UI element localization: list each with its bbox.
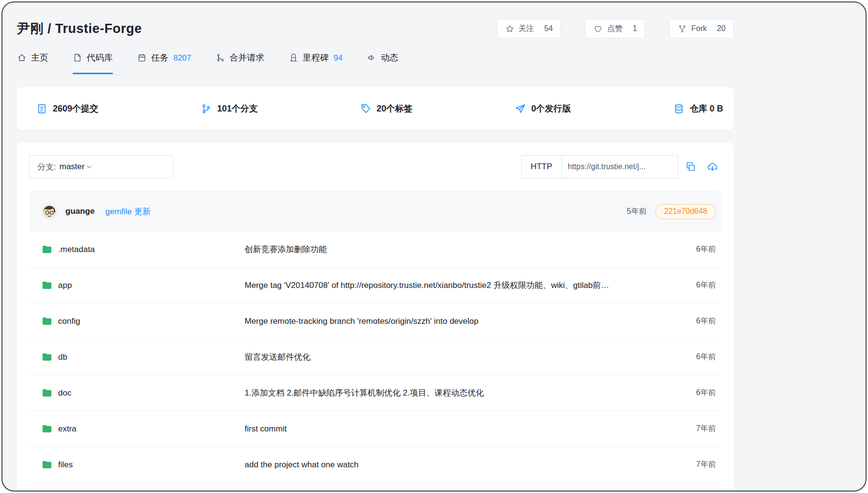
heart-icon [593,24,603,33]
copy-url-button[interactable] [682,158,700,176]
file-commit-message[interactable]: Merge remote-tracking branch 'remotes/or… [245,317,696,326]
commit-time: 5年前 [627,207,647,217]
file-time: 6年前 [696,388,716,398]
stat-repo-size[interactable]: 仓库 0 B [673,103,723,114]
repo-stats-bar: 2609个提交 101个分支 20个标签 0个发行版 [17,87,734,130]
fork-button[interactable]: Fork 20 [669,19,734,38]
repo-actions: 关注 54 点赞 1 Fork [497,19,734,38]
commit-message-link[interactable]: gemfile 更新 [105,206,151,217]
file-name[interactable]: .metadata [58,245,95,254]
clone-url-input[interactable] [562,155,678,178]
file-name[interactable]: config [58,317,80,326]
tab-issues[interactable]: 任务 8207 [137,52,191,74]
file-row-doc[interactable]: doc 1.添加文档 2.邮件中缺陷序号计算机制优化 2.项目、课程动态优化 6… [29,375,722,411]
avatar[interactable] [40,202,59,221]
commit-hash-badge[interactable]: 221e70d648 [655,204,716,219]
file-name-cell: .metadata [41,244,245,255]
clone-url-group: HTTP [521,155,722,178]
branch-label: 分支: [37,161,56,173]
file-row-config[interactable]: config Merge remote-tracking branch 'rem… [29,303,722,339]
file-name-cell: doc [41,387,245,398]
stat-branches[interactable]: 101个分支 [201,103,258,114]
file-time: 7年前 [696,460,716,470]
file-row-app[interactable]: app Merge tag 'V20140708' of http://repo… [29,268,722,303]
folder-icon [41,351,52,363]
file-commit-message[interactable]: first commit [245,424,696,434]
branch-selector[interactable]: 分支: master [29,155,173,178]
watch-button[interactable]: 关注 54 [497,19,561,38]
praise-button[interactable]: 点赞 1 [585,19,645,38]
file-time: 7年前 [696,424,716,434]
home-icon [17,53,27,63]
tab-code-label: 代码库 [87,52,113,64]
file-name-cell: db [41,351,245,363]
stat-releases-label: 0个发行版 [531,103,571,114]
file-name[interactable]: app [58,281,72,290]
file-row-extra[interactable]: extra first commit 7年前 [29,411,722,447]
file-commit-message[interactable]: 创新竞赛添加删除功能 [245,244,696,255]
file-time: 6年前 [696,244,716,254]
stat-releases[interactable]: 0个发行版 [515,103,571,114]
app-window: 尹刚 / Trustie-Forge 关注 54 点赞 [1,1,867,492]
tab-home-label: 主页 [31,52,48,64]
file-row-metadata[interactable]: .metadata 创新竞赛添加删除功能 6年前 [29,232,722,268]
commit-author[interactable]: guange [65,207,94,216]
folder-icon [41,459,52,470]
latest-commit-bar: guange gemfile 更新 5年前 221e70d648 [29,191,722,232]
watch-label: 关注 [519,24,534,34]
fork-icon [678,24,687,33]
file-name[interactable]: doc [58,388,71,398]
tab-home[interactable]: 主页 [17,52,48,74]
repo-tabs: 主页 代码库 任务 8207 [17,52,734,74]
cloud-download-icon [707,161,718,173]
watch-count: 54 [544,24,553,33]
fork-label: Fork [691,24,707,33]
tab-merge-requests[interactable]: 合并请求 [216,52,264,74]
praise-count: 1 [633,24,637,33]
file-row-partial [29,483,722,492]
repo-browser-card: 分支: master HTTP [17,143,734,492]
tag-icon [360,103,372,114]
file-name[interactable]: extra [58,424,77,434]
repo-toolbar: 分支: master HTTP [29,155,722,178]
milestone-icon [289,53,298,63]
branch-value: master [60,162,85,172]
file-commit-message[interactable]: Merge tag 'V20140708' of http://reposito… [245,280,696,291]
file-row-db[interactable]: db 留言发送邮件优化 6年前 [29,339,722,375]
download-button[interactable] [703,158,722,176]
task-icon [137,53,147,63]
tab-milestones-label: 里程碑 [303,52,329,64]
file-name[interactable]: files [58,460,73,470]
commit-icon [36,103,47,114]
activity-icon [367,53,376,63]
copy-icon [685,161,697,173]
fork-count: 20 [717,24,726,33]
star-icon [505,24,514,33]
file-name[interactable]: db [58,352,67,362]
protocol-select[interactable]: HTTP [521,155,562,178]
tab-issues-label: 任务 [151,52,169,64]
tab-activity-label: 动态 [381,52,398,64]
file-time: 6年前 [696,352,716,362]
file-commit-message[interactable]: 1.添加文档 2.邮件中缺陷序号计算机制优化 2.项目、课程动态优化 [245,387,696,398]
stat-tags-label: 20个标签 [377,103,413,114]
folder-icon [41,316,52,327]
tab-code[interactable]: 代码库 [73,52,113,74]
tab-issues-count: 8207 [173,53,191,63]
file-name-cell: config [41,316,245,327]
stat-commits[interactable]: 2609个提交 [36,103,98,114]
tab-activity[interactable]: 动态 [367,52,398,74]
stat-branches-label: 101个分支 [217,103,258,114]
file-commit-message[interactable]: 留言发送邮件优化 [245,351,696,363]
file-row-files[interactable]: files add the project what one watch 7年前 [29,447,722,483]
stat-tags[interactable]: 20个标签 [360,103,413,114]
branch-icon [201,103,212,114]
file-name-cell: app [41,280,245,291]
tab-milestones[interactable]: 里程碑 94 [289,52,342,74]
file-list: .metadata 创新竞赛添加删除功能 6年前 app Merge tag '… [29,232,722,492]
file-commit-message[interactable]: add the project what one watch [245,460,696,470]
stat-repo-size-label: 仓库 0 B [690,103,723,114]
file-name-cell: files [41,459,245,470]
chevron-down-icon [85,162,93,171]
repo-title-row: 尹刚 / Trustie-Forge 关注 54 点赞 [17,17,734,40]
